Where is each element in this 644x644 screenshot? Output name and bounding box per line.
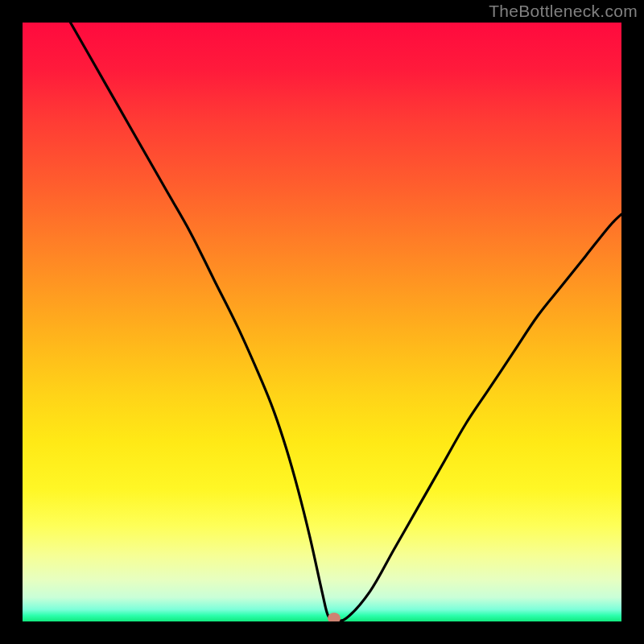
chart-frame: TheBottleneck.com — [0, 0, 644, 644]
watermark-text: TheBottleneck.com — [489, 2, 638, 21]
curve-layer — [23, 23, 621, 621]
optimal-point-marker — [328, 613, 341, 621]
plot-area — [23, 23, 621, 621]
bottleneck-curve — [71, 23, 621, 621]
